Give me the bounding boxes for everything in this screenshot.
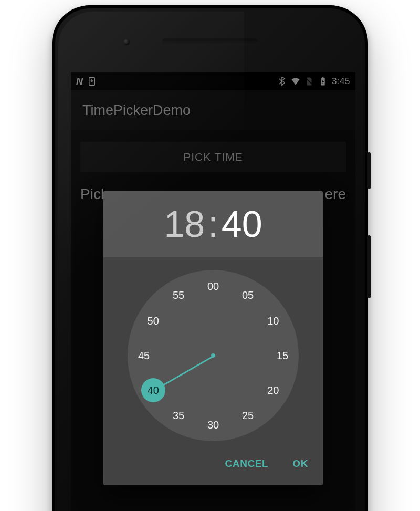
- phone-bezel: N 3:45 TimePickerDemo PICK TIME: [55, 8, 365, 511]
- minute-mark-25[interactable]: 25: [236, 403, 260, 427]
- minute-mark-35[interactable]: 35: [166, 403, 191, 427]
- cancel-button-label: CANCEL: [225, 458, 269, 469]
- minute-mark-05[interactable]: 05: [236, 284, 260, 308]
- minute-mark-20[interactable]: 20: [261, 378, 285, 402]
- clock-hand: [161, 356, 214, 387]
- minute-mark-00[interactable]: 00: [201, 274, 225, 298]
- clock-face[interactable]: 000510152025303540455055: [128, 270, 299, 441]
- minutes-display[interactable]: 40: [222, 203, 262, 245]
- ok-button[interactable]: OK: [283, 451, 318, 477]
- ok-button-label: OK: [292, 458, 308, 469]
- phone-frame: N 3:45 TimePickerDemo PICK TIME: [52, 5, 368, 511]
- time-picker-dialog: 18 : 40 000510152025303540455055 CANCEL: [103, 191, 323, 485]
- hours-display[interactable]: 18: [164, 203, 205, 245]
- minute-mark-55[interactable]: 55: [166, 284, 191, 308]
- minute-mark-45[interactable]: 45: [132, 343, 156, 368]
- front-camera: [123, 39, 130, 45]
- minute-mark-10[interactable]: 10: [261, 309, 285, 333]
- clock-center-dot: [211, 353, 215, 358]
- minute-mark-30[interactable]: 30: [201, 413, 225, 437]
- minute-mark-15[interactable]: 15: [270, 343, 295, 368]
- minute-mark-50[interactable]: 50: [141, 309, 165, 333]
- time-display: 18 : 40: [103, 191, 323, 257]
- dialog-body: 000510152025303540455055: [103, 257, 323, 445]
- time-colon: :: [205, 203, 221, 245]
- cancel-button[interactable]: CANCEL: [216, 451, 278, 477]
- earpiece-speaker: [162, 38, 258, 45]
- power-button[interactable]: [368, 152, 371, 189]
- device-screen: N 3:45 TimePickerDemo PICK TIME: [71, 72, 355, 511]
- volume-button[interactable]: [368, 235, 371, 298]
- dialog-actions: CANCEL OK: [103, 445, 323, 485]
- minute-mark-40[interactable]: 40: [141, 378, 165, 402]
